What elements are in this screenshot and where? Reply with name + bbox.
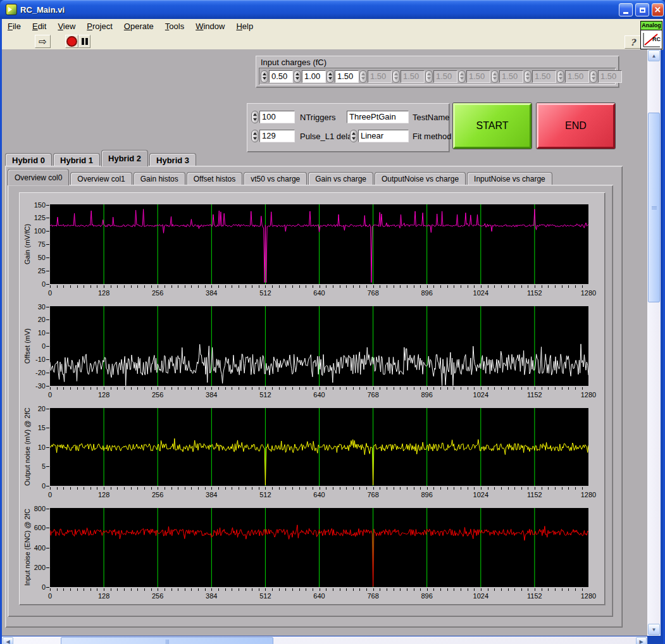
y-tick-label: -20 — [28, 369, 46, 376]
end-button[interactable]: END — [537, 103, 615, 149]
ntriggers-spinner[interactable] — [251, 111, 259, 123]
menu-item-window[interactable]: Window — [190, 20, 230, 32]
tab-vt50-vs-charge[interactable]: vt50 vs charge — [244, 172, 307, 185]
x-tick-label: 0 — [36, 391, 64, 399]
tab-overview-col0[interactable]: Overview col0 — [8, 169, 69, 185]
plot-area-gain — [50, 204, 588, 284]
charge-spinner-8[interactable] — [524, 70, 531, 83]
fit-method-label: Fit method — [413, 132, 451, 141]
abort-button[interactable] — [65, 35, 78, 48]
tab-hybrid-1[interactable]: Hybrid 1 — [53, 153, 100, 166]
tab-hybrid-3[interactable]: Hybrid 3 — [149, 153, 196, 166]
tab-gain-vs-charge[interactable]: Gain vs charge — [308, 172, 373, 185]
y-tick-mark — [46, 548, 49, 548]
charge-cell-10: 1.50 — [590, 70, 622, 83]
charge-spinner-6[interactable] — [458, 70, 466, 83]
window-title: RC_Main.vi — [20, 5, 65, 15]
x-tick-label: 512 — [251, 391, 279, 399]
charge-value-4[interactable]: 1.50 — [401, 70, 425, 83]
y-tick-mark — [46, 409, 49, 409]
tab-hybrid-0[interactable]: Hybrid 0 — [5, 153, 52, 166]
pause-button[interactable] — [78, 35, 90, 48]
charge-value-10[interactable]: 1.50 — [598, 70, 622, 83]
maximize-button[interactable] — [635, 3, 649, 16]
tab-inputnoise-vs-charge[interactable]: InputNoise vs charge — [467, 172, 552, 185]
x-tick-label: 640 — [306, 289, 333, 297]
window-titlebar[interactable]: RC_Main.vi — [0, 0, 665, 19]
x-tick-label: 512 — [251, 289, 279, 297]
charge-spinner-1[interactable] — [294, 70, 301, 83]
menu-item-help[interactable]: Help — [230, 20, 259, 32]
x-tick-label: 768 — [359, 289, 387, 297]
charge-spinner-10[interactable] — [590, 70, 597, 83]
x-tick-label: 128 — [90, 491, 118, 498]
tab-gain-histos[interactable]: Gain histos — [134, 172, 185, 185]
plot-area-output-noise — [50, 408, 588, 486]
tab-outputnoise-vs-charge[interactable]: OutputNoise vs charge — [375, 172, 466, 185]
charge-value-8[interactable]: 1.50 — [532, 70, 556, 83]
menu-item-view[interactable]: View — [52, 20, 81, 32]
vertical-scroll-thumb[interactable] — [648, 113, 660, 302]
tab-overview-col1[interactable]: Overview col1 — [70, 172, 132, 185]
x-tick-label: 0 — [36, 491, 64, 498]
charge-value-6[interactable]: 1.50 — [466, 70, 490, 83]
scroll-left-button[interactable]: ◀ — [3, 637, 13, 644]
charge-cell-4: 1.50 — [392, 70, 425, 83]
x-tick-label: 896 — [413, 491, 441, 498]
close-icon: ✕ — [654, 5, 661, 15]
input-charges-array: 0.501.001.501.501.501.501.501.501.501.50… — [261, 70, 622, 83]
x-tick-label: 512 — [251, 592, 279, 600]
pulse-delay-field[interactable]: 129 — [259, 130, 295, 142]
x-tick-label: 0 — [36, 289, 64, 297]
start-button[interactable]: START — [453, 103, 531, 149]
scroll-up-button[interactable]: ▲ — [648, 50, 660, 61]
menu-item-edit[interactable]: Edit — [27, 20, 52, 32]
y-tick-label: 15 — [28, 424, 46, 431]
minimize-button[interactable] — [619, 3, 633, 16]
charge-value-1[interactable]: 1.00 — [302, 70, 326, 83]
charge-spinner-0[interactable] — [261, 70, 268, 83]
x-axis-minor-ticks — [50, 387, 588, 390]
help-button[interactable]: ? — [625, 35, 641, 49]
y-tick-label: 10 — [28, 329, 46, 337]
pulse-delay-spinner[interactable] — [251, 130, 259, 142]
charge-value-5[interactable]: 1.50 — [433, 70, 457, 83]
charge-value-0[interactable]: 0.50 — [269, 70, 293, 83]
arrow-up-icon: ▲ — [652, 53, 657, 59]
charge-cell-0: 0.50 — [261, 70, 293, 83]
charge-spinner-4[interactable] — [392, 70, 400, 83]
x-tick-label: 640 — [306, 491, 333, 498]
x-tick-label: 384 — [197, 289, 225, 297]
charge-spinner-7[interactable] — [491, 70, 499, 83]
testname-field[interactable]: ThreePtGain — [347, 111, 409, 123]
charge-spinner-5[interactable] — [425, 70, 433, 83]
scroll-down-button[interactable]: ▼ — [648, 624, 660, 635]
menu-item-operate[interactable]: Operate — [118, 20, 159, 32]
charge-value-7[interactable]: 1.50 — [499, 70, 523, 83]
fit-method-spinner[interactable] — [350, 130, 357, 142]
tab-hybrid-2[interactable]: Hybrid 2 — [101, 150, 148, 166]
ntriggers-field[interactable]: 100 — [259, 111, 295, 123]
charge-spinner-3[interactable] — [359, 70, 367, 83]
charge-value-9[interactable]: 1.50 — [565, 70, 589, 83]
menu-item-project[interactable]: Project — [81, 20, 118, 32]
charge-spinner-9[interactable] — [557, 70, 564, 83]
charge-value-2[interactable]: 1.50 — [335, 70, 359, 83]
tab-offset-histos[interactable]: Offset histos — [187, 172, 242, 185]
scroll-right-button[interactable]: ▶ — [636, 637, 647, 644]
fit-method-field[interactable]: Linear — [358, 130, 409, 142]
x-tick-label: 1280 — [575, 391, 602, 399]
run-button[interactable]: ⇨ — [35, 35, 51, 48]
y-tick-label: 150 — [28, 201, 46, 209]
charge-spinner-2[interactable] — [326, 70, 334, 83]
menu-item-tools[interactable]: Tools — [159, 20, 190, 32]
x-tick-label: 896 — [413, 289, 441, 297]
y-tick-label: 100 — [28, 227, 46, 235]
menu-item-file[interactable]: File — [2, 20, 27, 32]
y-tick-label: 30 — [28, 303, 46, 311]
charge-cell-2: 1.50 — [326, 70, 359, 83]
x-tick-label: 1152 — [521, 391, 549, 399]
charge-value-3[interactable]: 1.50 — [368, 70, 392, 83]
close-button[interactable]: ✕ — [652, 3, 664, 16]
horizontal-scroll-thumb[interactable] — [61, 637, 273, 644]
